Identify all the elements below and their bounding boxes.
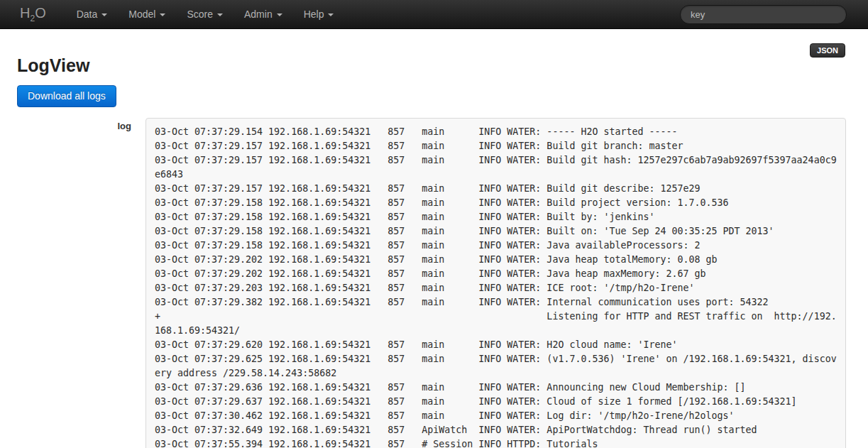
json-button[interactable]: JSON <box>810 43 845 58</box>
menu-item-admin-label: Admin <box>244 0 273 28</box>
menu-item-score-label: Score <box>187 0 213 28</box>
menu-item-data[interactable]: Data <box>66 0 119 28</box>
menu-item-data-label: Data <box>77 0 98 28</box>
main-menu: Data Model Score Admin Help <box>66 0 345 28</box>
chevron-down-icon <box>160 13 165 16</box>
h2o-logo-h: H <box>20 5 30 21</box>
chevron-down-icon <box>328 13 334 16</box>
page-title: LogView <box>17 55 868 76</box>
navbar-search <box>680 5 847 24</box>
menu-item-model-label: Model <box>128 0 155 28</box>
download-all-logs-button[interactable]: Download all logs <box>17 85 116 107</box>
log-form-row: log 03-Oct 07:37:29.154 192.168.1.69:543… <box>0 118 868 448</box>
chevron-down-icon <box>277 13 282 16</box>
h2o-logo[interactable]: H2O <box>20 5 46 23</box>
menu-item-model[interactable]: Model <box>118 0 176 28</box>
key-search-input[interactable] <box>680 5 847 24</box>
h2o-logo-o: O <box>35 5 46 21</box>
menu-item-help-label: Help <box>304 0 324 28</box>
chevron-down-icon <box>101 13 107 16</box>
menu-item-help[interactable]: Help <box>293 0 345 28</box>
chevron-down-icon <box>217 13 223 16</box>
menu-item-score[interactable]: Score <box>176 0 234 28</box>
top-navbar: H2O Data Model Score Admin Help <box>0 0 868 29</box>
menu-item-admin[interactable]: Admin <box>234 0 293 28</box>
log-output: 03-Oct 07:37:29.154 192.168.1.69:54321 8… <box>145 118 846 448</box>
log-field-label: log <box>0 118 131 131</box>
